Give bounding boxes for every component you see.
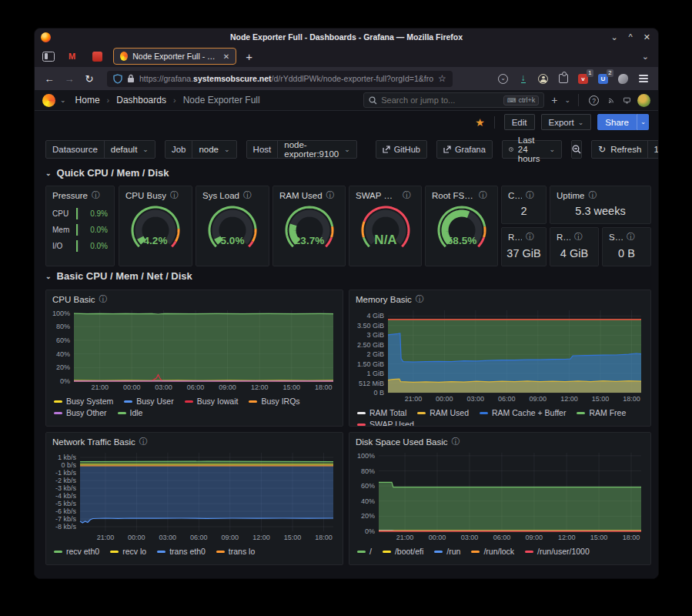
info-icon[interactable]: ⓘ <box>243 190 252 201</box>
panel-title[interactable]: Sys Load <box>202 191 239 200</box>
section-basic[interactable]: ⌄ Basic CPU / Mem / Net / Disk <box>45 270 192 282</box>
breadcrumb-dashboards[interactable]: Dashboards <box>116 95 166 105</box>
pocket-icon[interactable]: ⌄ <box>498 74 508 84</box>
panel-title[interactable]: Uptime <box>557 191 584 200</box>
panel-title[interactable]: Root FS Used <box>432 191 475 200</box>
legend-item[interactable]: Busy Other <box>54 408 107 417</box>
section-quick[interactable]: ⌄ Quick CPU / Mem / Disk <box>45 167 169 179</box>
info-icon[interactable]: ⓘ <box>526 232 534 243</box>
info-icon[interactable]: ⓘ <box>452 437 460 447</box>
chevron-down-icon[interactable]: ⌄ <box>564 96 570 104</box>
legend-item[interactable]: Idle <box>118 408 143 417</box>
legend-item[interactable]: /run <box>434 547 460 556</box>
info-icon[interactable]: ⓘ <box>588 190 597 201</box>
screen-icon[interactable] <box>621 95 633 105</box>
info-icon[interactable]: ⓘ <box>403 190 411 201</box>
close-icon[interactable]: ✕ <box>644 32 650 42</box>
panel-title[interactable]: CPU Busy <box>125 191 166 200</box>
new-tab-button[interactable]: + <box>241 50 257 63</box>
menu-icon[interactable] <box>639 75 648 82</box>
panel-title[interactable]: RAM Total <box>557 233 570 242</box>
variable-host[interactable]: Host node-exporter:9100⌄ <box>246 140 357 159</box>
user-avatar[interactable] <box>637 94 650 107</box>
refresh-button[interactable]: ↻Refresh <box>592 141 648 158</box>
legend-item[interactable]: RAM Free <box>577 408 626 417</box>
pinned-tab-red-icon[interactable] <box>92 52 102 62</box>
tab-close-icon[interactable]: ✕ <box>223 52 229 61</box>
grafana-logo[interactable] <box>42 94 55 107</box>
github-link-button[interactable]: GitHub <box>376 140 427 159</box>
reload-button[interactable]: ↻ <box>81 73 98 85</box>
legend-item[interactable]: / <box>357 547 372 556</box>
share-button[interactable]: Share <box>597 114 637 130</box>
info-icon[interactable]: ⓘ <box>326 190 335 201</box>
maximize-icon[interactable]: ^ <box>629 32 633 42</box>
favorite-star-icon[interactable]: ★ <box>475 116 485 129</box>
account-icon[interactable] <box>538 74 548 84</box>
zoom-out-button[interactable] <box>571 140 582 159</box>
help-icon[interactable]: ? <box>587 95 601 105</box>
url-bar[interactable]: https://grafana.systemsobscure.net/d/rYd… <box>107 71 453 87</box>
search-input[interactable] <box>381 95 500 105</box>
time-range-picker[interactable]: Last 24 hours⌄ <box>502 140 562 159</box>
legend-item[interactable]: /run/lock <box>471 547 514 556</box>
legend-item[interactable]: /boot/efi <box>383 547 423 556</box>
legend-item[interactable]: recv eth0 <box>54 547 99 556</box>
extensions-icon[interactable] <box>559 74 568 83</box>
legend-item[interactable]: trans eth0 <box>157 547 206 556</box>
edit-button[interactable]: Edit <box>504 114 535 130</box>
info-icon[interactable]: ⓘ <box>99 294 108 305</box>
panel-title[interactable]: SWAP Total <box>609 233 623 242</box>
export-button[interactable]: Export⌄ <box>541 114 592 130</box>
tracking-shield-icon[interactable] <box>113 74 122 84</box>
legend-item[interactable]: SWAP Used <box>357 420 414 427</box>
legend-item[interactable]: RAM Cache + Buffer <box>480 408 566 417</box>
legend-item[interactable]: Busy Iowait <box>185 397 239 406</box>
variable-datasource[interactable]: Datasource default⌄ <box>45 140 155 159</box>
pinned-tab-gmail-icon[interactable]: M <box>62 52 82 61</box>
info-icon[interactable]: ⓘ <box>627 232 635 243</box>
panel-title[interactable]: RootFS Total <box>508 233 522 242</box>
downloads-icon[interactable]: ↓ <box>521 74 526 83</box>
panel-title[interactable]: Disk Space Used Basic <box>356 437 448 447</box>
refresh-interval-select[interactable]: 1m⌄ <box>648 145 659 154</box>
info-icon[interactable]: ⓘ <box>526 190 534 201</box>
legend-item[interactable]: /run/user/1000 <box>525 547 590 556</box>
add-icon[interactable]: + <box>549 94 560 106</box>
info-icon[interactable]: ⓘ <box>479 190 487 201</box>
legend-item[interactable]: Busy User <box>124 397 173 406</box>
back-button[interactable]: ← <box>41 73 58 85</box>
legend-item[interactable]: Busy System <box>54 397 113 406</box>
panel-title[interactable]: SWAP Used <box>356 191 399 200</box>
share-menu-chevron[interactable]: ⌄ <box>637 114 649 130</box>
variable-job[interactable]: Job node⌄ <box>165 140 237 159</box>
legend-item[interactable]: Busy IRQs <box>249 397 299 406</box>
panel-title[interactable]: Pressure <box>52 191 88 200</box>
panel-title[interactable]: CPU Cores <box>508 191 522 200</box>
forward-button[interactable]: → <box>61 73 78 85</box>
chevron-down-icon[interactable]: ⌄ <box>60 96 66 104</box>
panel-title[interactable]: CPU Basic <box>52 295 95 304</box>
breadcrumb-home[interactable]: Home <box>75 95 100 105</box>
minimize-icon[interactable]: ⌄ <box>610 32 617 42</box>
info-icon[interactable]: ⓘ <box>416 294 424 305</box>
active-tab[interactable]: Node Exporter Full - Dashbo ✕ <box>113 48 236 65</box>
grafana-link-button[interactable]: Grafana <box>436 140 493 159</box>
legend-item[interactable]: RAM Used <box>417 408 469 417</box>
legend-item[interactable]: recv lo <box>110 547 146 556</box>
legend-item[interactable]: trans lo <box>216 547 255 556</box>
info-icon[interactable]: ⓘ <box>139 437 148 447</box>
news-icon[interactable] <box>606 95 617 105</box>
panel-title[interactable]: Network Traffic Basic <box>52 437 135 447</box>
sidebar-toggle-icon[interactable] <box>42 52 55 62</box>
search-box[interactable]: ⌨ctrl+k <box>363 92 544 108</box>
panel-title[interactable]: Memory Basic <box>356 295 412 304</box>
bookmark-star-icon[interactable]: ☆ <box>438 73 446 84</box>
tab-list-chevron-icon[interactable]: ⌄ <box>642 52 654 62</box>
legend-item[interactable]: RAM Total <box>357 408 406 417</box>
info-icon[interactable]: ⓘ <box>170 190 179 201</box>
extension-paw-icon[interactable] <box>618 74 628 84</box>
info-icon[interactable]: ⓘ <box>574 232 583 243</box>
info-icon[interactable]: ⓘ <box>92 190 100 201</box>
panel-title[interactable]: RAM Used <box>279 191 323 200</box>
